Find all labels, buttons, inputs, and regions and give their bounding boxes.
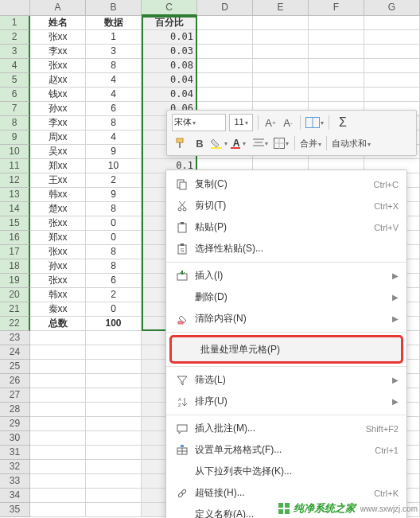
cell[interactable]: 6 <box>86 102 142 116</box>
context-menu-item[interactable]: 剪切(T)Ctrl+X <box>166 195 406 216</box>
cell[interactable] <box>86 474 142 489</box>
cell[interactable]: 李xx <box>30 116 86 130</box>
context-menu-item[interactable]: 从下拉列表中选择(K)... <box>166 461 406 482</box>
cell[interactable]: 王xx <box>30 173 86 188</box>
cell[interactable]: 4 <box>86 73 142 88</box>
context-menu-item[interactable]: 插入批注(M)...Shift+F2 <box>166 418 406 439</box>
context-menu-item[interactable]: 批量处理单元格(P) <box>172 337 401 361</box>
cell[interactable]: 0 <box>86 231 142 245</box>
cell[interactable] <box>86 360 142 374</box>
cell[interactable]: 8 <box>86 202 142 216</box>
cell[interactable]: 8 <box>86 116 142 130</box>
cell[interactable]: 0.03 <box>142 45 197 59</box>
cell[interactable] <box>86 489 142 503</box>
cell[interactable] <box>86 503 142 517</box>
cell[interactable]: 4 <box>86 130 142 145</box>
cell[interactable]: 总数 <box>30 317 86 331</box>
context-menu-item[interactable]: 复制(C)Ctrl+C <box>166 173 406 195</box>
row-header-13[interactable]: 13 <box>0 188 30 202</box>
context-menu-item[interactable]: 清除内容(N)▶ <box>166 308 406 329</box>
cell[interactable] <box>30 417 86 431</box>
cell[interactable]: 1 <box>86 30 142 45</box>
cell[interactable] <box>86 374 142 388</box>
cell[interactable] <box>86 446 142 460</box>
cell[interactable]: 李xx <box>30 45 86 59</box>
row-header-27[interactable]: 27 <box>0 388 30 403</box>
row-header-19[interactable]: 19 <box>0 274 30 288</box>
row-header-16[interactable]: 16 <box>0 231 30 245</box>
column-header-G[interactable]: G <box>364 0 420 16</box>
context-menu-item[interactable]: 筛选(L)▶ <box>166 369 406 391</box>
row-header-18[interactable]: 18 <box>0 259 30 274</box>
column-header-F[interactable]: F <box>309 0 364 16</box>
row-header-26[interactable]: 26 <box>0 374 30 388</box>
column-header-A[interactable]: A <box>30 0 86 16</box>
row-header-35[interactable]: 35 <box>0 503 30 517</box>
context-menu-item[interactable]: 超链接(H)...Ctrl+K <box>166 482 406 504</box>
cell[interactable] <box>30 446 86 460</box>
row-header-1[interactable]: 1 <box>0 16 30 30</box>
font-size-select[interactable]: 11▾ <box>229 114 253 131</box>
cell[interactable]: 郑xx <box>30 231 86 245</box>
cell[interactable] <box>30 403 86 417</box>
cell[interactable]: 0.01 <box>142 30 197 45</box>
cell[interactable]: 郑xx <box>30 159 86 173</box>
cell[interactable]: 周xx <box>30 130 86 145</box>
row-header-20[interactable]: 20 <box>0 288 30 302</box>
cell[interactable] <box>30 374 86 388</box>
cell[interactable] <box>364 30 420 45</box>
row-header-21[interactable]: 21 <box>0 302 30 317</box>
cell[interactable] <box>30 388 86 403</box>
cell[interactable] <box>86 460 142 474</box>
cell[interactable]: 秦xx <box>30 302 86 317</box>
row-header-17[interactable]: 17 <box>0 245 30 259</box>
cell[interactable]: 2 <box>86 288 142 302</box>
cell[interactable] <box>86 431 142 446</box>
cell[interactable] <box>309 45 364 59</box>
cell[interactable] <box>86 388 142 403</box>
column-header-B[interactable]: B <box>86 0 142 16</box>
row-header-7[interactable]: 7 <box>0 102 30 116</box>
column-header-C[interactable]: C <box>142 0 197 16</box>
row-header-29[interactable]: 29 <box>0 417 30 431</box>
cell[interactable]: 0.04 <box>142 88 197 102</box>
cell[interactable]: 韩xx <box>30 188 86 202</box>
cell[interactable]: 百分比 <box>142 16 197 30</box>
cell[interactable] <box>30 431 86 446</box>
select-all-corner[interactable] <box>0 0 30 16</box>
cell[interactable]: 张xx <box>30 59 86 73</box>
row-header-31[interactable]: 31 <box>0 446 30 460</box>
cell[interactable] <box>309 73 364 88</box>
autosum-button[interactable]: Σ <box>334 114 352 131</box>
context-menu-item[interactable]: 插入(I)▶ <box>166 265 406 286</box>
merge-label[interactable]: 合并▾ <box>300 138 321 150</box>
cell[interactable] <box>197 16 253 30</box>
row-header-25[interactable]: 25 <box>0 360 30 374</box>
cell[interactable]: 楚xx <box>30 202 86 216</box>
context-menu-item[interactable]: 设置单元格格式(F)...Ctrl+1 <box>166 439 406 461</box>
row-header-2[interactable]: 2 <box>0 30 30 45</box>
cell[interactable]: 9 <box>86 145 142 159</box>
cell[interactable] <box>30 345 86 360</box>
decrease-font-icon[interactable]: A- <box>281 115 295 130</box>
cell[interactable]: 数据 <box>86 16 142 30</box>
cell[interactable]: 9 <box>86 188 142 202</box>
cell[interactable] <box>364 73 420 88</box>
autosum-label[interactable]: 自动求和▾ <box>332 138 371 150</box>
row-header-34[interactable]: 34 <box>0 489 30 503</box>
cell[interactable]: 张xx <box>30 216 86 231</box>
cell[interactable]: 0 <box>86 216 142 231</box>
row-header-3[interactable]: 3 <box>0 45 30 59</box>
context-menu-item[interactable]: 删除(D)▶ <box>166 286 406 308</box>
row-header-28[interactable]: 28 <box>0 403 30 417</box>
context-menu-item[interactable]: S选择性粘贴(S)... <box>166 238 406 259</box>
row-header-5[interactable]: 5 <box>0 73 30 88</box>
cell[interactable]: 姓名 <box>30 16 86 30</box>
row-header-10[interactable]: 10 <box>0 145 30 159</box>
cell[interactable] <box>197 88 253 102</box>
cell[interactable]: 孙xx <box>30 259 86 274</box>
font-color-button[interactable]: A▾ <box>231 134 248 152</box>
cell[interactable] <box>30 474 86 489</box>
fill-color-button[interactable]: ▾ <box>210 134 228 152</box>
cell[interactable] <box>253 16 309 30</box>
